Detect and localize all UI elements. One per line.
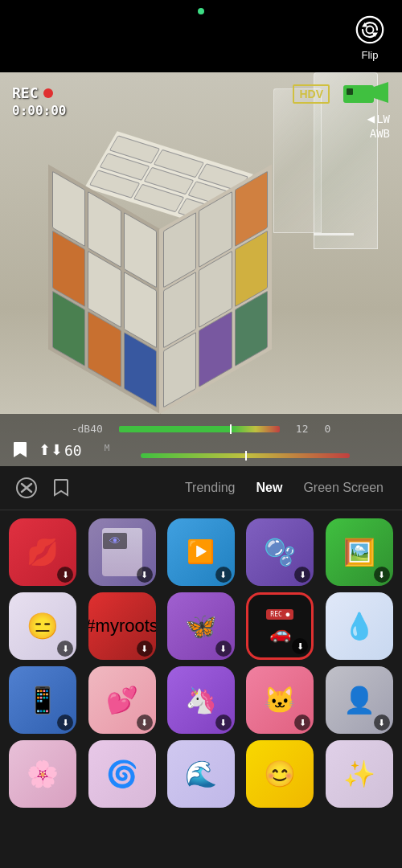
download-badge: ⬇ (137, 714, 153, 731)
app-icon: 😊 (246, 740, 314, 808)
exposure-control[interactable]: ⬆⬇ 60 (39, 441, 82, 459)
m-label: M (105, 443, 110, 453)
green-dot-indicator (198, 8, 204, 14)
list-item[interactable]: 🫧 ⬇ (244, 518, 316, 586)
app-icon: 💧 (326, 592, 393, 660)
list-item[interactable]: 👁 ⬇ (85, 518, 158, 586)
list-item[interactable]: 💧 (323, 592, 396, 660)
flip-button[interactable]: Flip (352, 12, 388, 61)
app-icon: 🦋 ⬇ (167, 592, 235, 660)
apps-grid: 💋 ⬇ 👁 ⬇ ▶️ ⬇ 🫧 ⬇ 🖼️ ⬇ (0, 510, 402, 868)
list-item[interactable]: 😊 (244, 740, 316, 808)
db-label: -dB40 (72, 423, 103, 435)
list-item[interactable]: 💕 ⬇ (85, 666, 158, 734)
bottom-hud: -dB40 12 0 ⬆⬇ 60 (0, 414, 402, 466)
rec-indicator: REC 0:00:00 (12, 84, 66, 118)
rec-text: REC (12, 84, 66, 101)
list-item[interactable]: 🦄 ⬇ (165, 666, 237, 734)
meter-center-mark (245, 451, 247, 461)
app-emoji-icon: #myroots (88, 617, 156, 635)
exposure-meter (141, 453, 350, 458)
app-icon: 🌸 (9, 740, 76, 808)
svg-point-3 (367, 26, 374, 33)
list-item[interactable]: #myroots ⬇ (85, 592, 158, 660)
app-icon: 💋 ⬇ (9, 518, 76, 586)
list-item[interactable]: 🐱 ⬇ (244, 666, 316, 734)
app-icon: 🌊 (167, 740, 235, 808)
list-item[interactable]: 📱 ⬇ (6, 666, 79, 734)
list-item[interactable]: ✨ (323, 740, 396, 808)
app-emoji-icon: 📱 (27, 687, 59, 713)
download-badge: ⬇ (137, 641, 153, 657)
download-badge: ⬇ (215, 567, 232, 583)
list-item[interactable]: 🌸 (6, 740, 79, 808)
app-icon: 🫧 ⬇ (246, 518, 314, 586)
app-icon: REC ● 🚗 ⬇ (246, 592, 314, 660)
app-emoji-icon: ▶️ (187, 541, 215, 563)
app-emoji-icon: 🦋 (185, 613, 217, 639)
app-emoji-icon: 🐱 (264, 687, 296, 713)
download-badge: ⬇ (374, 567, 390, 583)
list-item[interactable]: 🌊 (165, 740, 237, 808)
list-item[interactable]: ▶️ ⬇ (165, 518, 237, 586)
download-badge: ⬇ (57, 641, 73, 657)
app-icon: 😑 ⬇ (9, 592, 76, 660)
scene-background: REC 0:00:00 HDV ◀ LW AWB (0, 72, 402, 466)
viewfinder: REC 0:00:00 HDV ◀ LW AWB (0, 72, 402, 466)
list-item[interactable]: 🖼️ ⬇ (323, 518, 396, 586)
list-item[interactable]: 🌀 (85, 740, 158, 808)
meter-indicator (230, 424, 232, 434)
filter-block-button[interactable] (12, 473, 41, 502)
download-badge: ⬇ (294, 714, 310, 731)
glass-object-left (314, 72, 378, 249)
exposure-value: 60 (64, 442, 82, 459)
app-icon: 📱 ⬇ (9, 666, 76, 734)
app-emoji-icon: 🌸 (27, 761, 59, 787)
app-icon: 👁 ⬇ (88, 518, 156, 586)
app-emoji-icon: 👤 (343, 687, 375, 713)
list-item[interactable]: 😑 ⬇ (6, 592, 79, 660)
m-meter-section: M (96, 443, 394, 458)
tabs-bar: Trending New Green Screen (0, 466, 402, 510)
download-badge: ⬇ (137, 567, 153, 583)
lw-label: LW (376, 113, 390, 125)
download-badge: ⬇ (215, 714, 232, 731)
app-emoji-icon: 🦄 (185, 687, 217, 713)
download-badge: ⬇ (57, 567, 73, 583)
rec-dot (43, 88, 53, 98)
app-emoji-icon: 😊 (264, 761, 296, 787)
flip-camera-icon (352, 12, 388, 47)
meter-number-12: 12 (296, 423, 309, 435)
app-icon: 🦄 ⬇ (167, 666, 235, 734)
list-item[interactable]: 💋 ⬇ (6, 518, 79, 586)
app-emoji-icon: 😑 (27, 613, 59, 639)
bookmark-icon-hud[interactable] (8, 438, 32, 462)
app-emoji-icon: 🌊 (185, 761, 217, 787)
app-emoji-icon: 🫧 (264, 539, 296, 565)
app-emoji-icon: 💧 (343, 613, 375, 639)
app-icon: 👤 ⬇ (326, 666, 393, 734)
tab-green-screen[interactable]: Green Screen (297, 477, 390, 499)
list-item[interactable]: 👤 ⬇ (323, 666, 396, 734)
app-icon: 🐱 ⬇ (246, 666, 314, 734)
tab-new[interactable]: New (249, 477, 289, 499)
app-emoji-icon: ✨ (343, 761, 375, 787)
download-badge: ⬇ (215, 641, 232, 657)
download-badge: ⬇ (294, 567, 310, 583)
timecode-display: 0:00:00 (12, 103, 66, 118)
glass-object-right (273, 88, 322, 233)
flip-label: Flip (362, 49, 379, 61)
bottom-controls-row: ⬆⬇ 60 M (0, 438, 402, 462)
download-badge: ⬇ (57, 714, 73, 731)
meter-number-0: 0 (324, 423, 330, 435)
saved-tab-button[interactable] (49, 476, 73, 500)
list-item[interactable]: REC ● 🚗 ⬇ (244, 592, 316, 660)
tab-trending[interactable]: Trending (178, 477, 242, 499)
top-bar: Flip (0, 0, 402, 72)
app-icon: ▶️ ⬇ (167, 518, 235, 586)
list-item[interactable]: 🦋 ⬇ (165, 592, 237, 660)
rec-label: REC (12, 84, 39, 101)
app-emoji-icon: 🌀 (106, 761, 138, 787)
download-badge: ⬇ (374, 714, 390, 731)
audio-meter-bar (119, 426, 280, 432)
